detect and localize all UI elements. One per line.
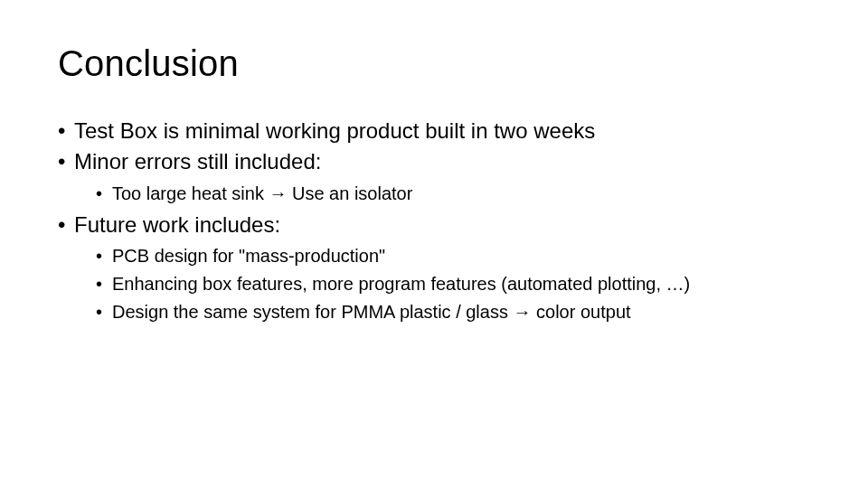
bullet-text: Too large heat sink → Use an isolator bbox=[112, 183, 412, 203]
list-item: Test Box is minimal working product buil… bbox=[58, 117, 810, 145]
list-item: PCB design for "mass-production" bbox=[96, 243, 810, 269]
bullet-text: Test Box is minimal working product buil… bbox=[74, 118, 595, 143]
sub-bullet-list: Too large heat sink → Use an isolator bbox=[74, 181, 810, 207]
list-item: Minor errors still included: Too large h… bbox=[58, 147, 810, 206]
list-item: Design the same system for PMMA plastic … bbox=[96, 299, 810, 325]
list-item: Enhancing box features, more program fea… bbox=[96, 271, 810, 297]
list-item: Too large heat sink → Use an isolator bbox=[96, 181, 810, 207]
bullet-text: PCB design for "mass-production" bbox=[112, 246, 385, 266]
list-item: Future work includes: PCB design for "ma… bbox=[58, 211, 810, 325]
bullet-text: Enhancing box features, more program fea… bbox=[112, 274, 690, 294]
bullet-text: Minor errors still included: bbox=[74, 149, 321, 174]
slide-title: Conclusion bbox=[58, 43, 810, 84]
sub-bullet-list: PCB design for "mass-production" Enhanci… bbox=[74, 243, 810, 325]
bullet-text: Future work includes: bbox=[74, 212, 280, 237]
bullet-list: Test Box is minimal working product buil… bbox=[58, 117, 810, 325]
bullet-text: Design the same system for PMMA plastic … bbox=[112, 302, 631, 322]
slide: Conclusion Test Box is minimal working p… bbox=[0, 0, 868, 488]
